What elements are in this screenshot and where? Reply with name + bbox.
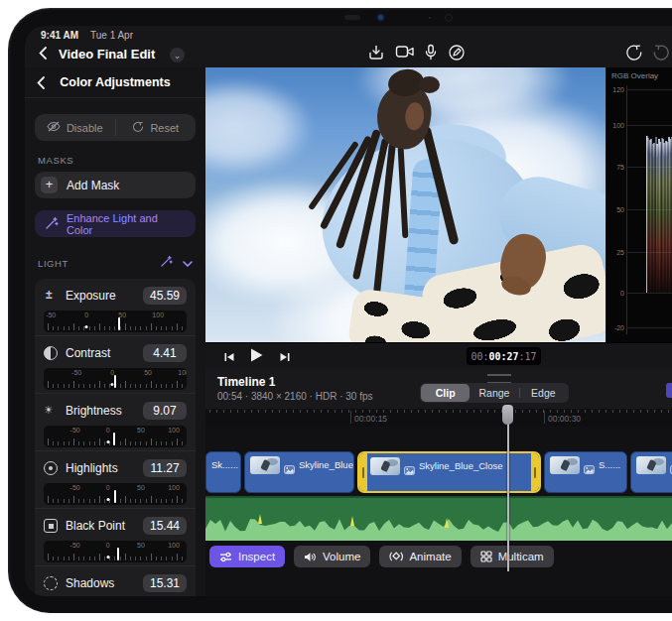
- slider-origin-dot: [85, 325, 88, 328]
- slider-value[interactable]: 11.27: [143, 459, 187, 477]
- collapse-chevron-down-icon[interactable]: [183, 258, 193, 269]
- slider-needle[interactable]: [118, 317, 120, 330]
- slider-value[interactable]: 15.31: [143, 574, 187, 592]
- playback-bar: 00:00:27:17: [205, 342, 672, 371]
- scale-tick-label: -50: [70, 542, 80, 549]
- timeline-clip-s[interactable]: S......: [544, 451, 627, 493]
- slider-row-exposure: Exposure45.59-50050100: [35, 279, 196, 336]
- slider-needle[interactable]: [114, 375, 116, 388]
- slider-ruler[interactable]: -50050100: [44, 426, 187, 447]
- mic-dot: [429, 17, 431, 19]
- slider-value[interactable]: 9.07: [143, 402, 187, 420]
- clip-name: Skyline_Blue_Wide: [299, 459, 354, 470]
- photo-icon: [584, 460, 595, 478]
- enhance-label: Enhance Light and Color: [67, 212, 186, 236]
- brightness-icon: [44, 404, 58, 418]
- disable-button[interactable]: Disable: [35, 114, 115, 141]
- reset-button[interactable]: Reset: [116, 114, 197, 141]
- slider-ruler[interactable]: -50050100: [44, 310, 187, 332]
- timeline-ruler[interactable]: 00:00:1500:00:30: [205, 409, 672, 427]
- screen: 9:41 AM Tue 1 Apr Video Final Edit ⌄: [25, 26, 672, 596]
- main-area: Color Adjustments Disable: [25, 67, 672, 596]
- slider-ruler[interactable]: -50050100: [44, 368, 187, 390]
- add-mask-button[interactable]: + Add Mask: [35, 172, 196, 198]
- slider-value[interactable]: 4.41: [143, 344, 187, 362]
- mode-edge[interactable]: Edge: [519, 384, 568, 402]
- scope-gridline: [626, 293, 672, 294]
- slider-ruler[interactable]: -50050100: [44, 541, 187, 562]
- auto-enhance-wand-icon[interactable]: [160, 254, 173, 272]
- skip-to-end-icon[interactable]: [279, 349, 291, 367]
- ipad-device-frame: 9:41 AM Tue 1 Apr Video Final Edit ⌄: [8, 8, 672, 613]
- highlights-icon: [44, 461, 58, 475]
- slider-label: Exposure: [66, 289, 135, 303]
- slider-value[interactable]: 45.59: [143, 287, 187, 305]
- scope-tick-label: 0: [620, 290, 624, 297]
- slider-value[interactable]: 15.44: [143, 517, 187, 535]
- play-button[interactable]: [249, 347, 264, 367]
- mode-clip[interactable]: Clip: [421, 384, 470, 402]
- camera-icon[interactable]: [395, 44, 415, 63]
- scale-tick-label: -50: [70, 484, 80, 491]
- scope-tick-label: -20: [614, 324, 624, 331]
- skip-to-start-icon[interactable]: [223, 349, 235, 367]
- scale-tick-label: -50: [70, 427, 80, 434]
- animate-button[interactable]: Animate: [379, 546, 461, 567]
- clip-name: Sk......: [211, 459, 238, 470]
- volume-button[interactable]: Volume: [294, 546, 370, 567]
- status-date: Tue 1 Apr: [90, 30, 133, 41]
- multicam-icon: [480, 551, 492, 562]
- timeline-name: Timeline 1: [217, 375, 275, 389]
- import-icon[interactable]: [367, 44, 387, 63]
- scale-tick-label: -50: [46, 311, 56, 318]
- timeline-clip[interactable]: [630, 451, 672, 493]
- timeline-header: Timeline 1 00:54 · 3840 × 2160 · HDR · 3…: [205, 369, 672, 409]
- audio-track[interactable]: [205, 496, 672, 541]
- slider-row-black-point: Black Point15.44-50050100: [35, 509, 196, 566]
- timeline-clip-skyline-blue-close[interactable]: Skyline_Blue_Close: [357, 451, 541, 493]
- status-time: 9:41 AM: [41, 30, 78, 41]
- playhead[interactable]: [502, 405, 513, 571]
- scope-gridline: [626, 89, 672, 90]
- slider-row-brightness: Brightness9.07-50050100: [35, 394, 196, 451]
- video-preview[interactable]: [205, 67, 605, 342]
- project-chevron-down-icon[interactable]: ⌄: [170, 48, 185, 62]
- clip-name: Skyline_Blue_Close: [419, 460, 503, 471]
- slider-ruler[interactable]: -50050100: [44, 483, 187, 505]
- timeline-clip-skyline-blue-wide[interactable]: Skyline_Blue_Wide: [244, 451, 354, 493]
- slider-needle[interactable]: [117, 548, 119, 560]
- clip-thumbnail: [250, 456, 280, 474]
- slider-origin-dot: [106, 556, 109, 559]
- timecode-display[interactable]: 00:00:27:17: [467, 347, 541, 365]
- back-chevron-icon[interactable]: [39, 46, 47, 63]
- enhance-light-color-button[interactable]: Enhance Light and Color: [35, 210, 196, 237]
- project-title[interactable]: Video Final Edit: [59, 47, 155, 62]
- undo-icon[interactable]: [625, 44, 645, 63]
- mode-range[interactable]: Range: [470, 384, 518, 402]
- mic-icon[interactable]: [424, 44, 444, 63]
- redo-icon[interactable]: [652, 44, 672, 63]
- panel-back-chevron-icon[interactable]: [37, 75, 45, 93]
- slider-needle[interactable]: [113, 433, 115, 445]
- scope-gridline: [626, 125, 672, 126]
- audio-waveform: [205, 500, 672, 541]
- slider-label: Brightness: [66, 404, 135, 418]
- scope-tick-label: 120: [612, 86, 624, 93]
- playhead-handle[interactable]: [502, 405, 513, 425]
- scale-tick-label: 50: [144, 369, 152, 376]
- subject-hair-bun: [419, 76, 440, 93]
- scale-tick-label: 100: [178, 369, 187, 376]
- inspect-button[interactable]: Inspect: [209, 546, 285, 567]
- blackpoint-icon: [44, 519, 58, 533]
- slider-row-shadows: Shadows15.31-50050100: [35, 566, 196, 596]
- timeline-clip-sk[interactable]: Sk......: [205, 451, 241, 493]
- rgb-overlay-scope: RGB Overlay 1201007550250-20: [605, 67, 672, 342]
- pencil-tools-icon[interactable]: [448, 44, 468, 63]
- playhead-line: [507, 407, 509, 571]
- contrast-icon: [44, 346, 58, 360]
- panel-header: Color Adjustments: [25, 67, 205, 98]
- clipped-edge-button[interactable]: [666, 383, 672, 398]
- slider-needle[interactable]: [114, 490, 116, 503]
- magic-wand-icon: [45, 216, 59, 232]
- video-track: Sk......Skyline_Blue_WideSkyline_Blue_Cl…: [205, 451, 672, 493]
